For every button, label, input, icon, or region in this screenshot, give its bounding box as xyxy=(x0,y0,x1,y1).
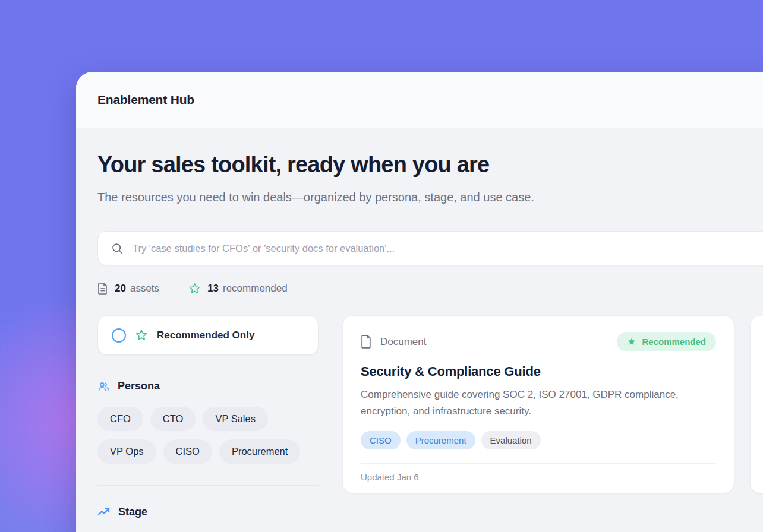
filter-sidebar: Recommended Only Persona CFOCTOVP SalesV… xyxy=(97,315,319,518)
assets-label: assets xyxy=(130,283,159,294)
recommended-only-toggle[interactable]: Recommended Only xyxy=(97,315,319,355)
card-tag[interactable]: Evaluation xyxy=(481,431,541,449)
assets-count-stat: 20 assets xyxy=(97,283,159,294)
search-input[interactable] xyxy=(133,243,763,254)
stats-row: 20 assets 13 recommended xyxy=(97,282,763,295)
stage-section-header: Stage xyxy=(97,506,319,518)
stage-section-label: Stage xyxy=(118,506,147,518)
asset-card-partial[interactable] xyxy=(750,315,763,493)
page-subtitle: The resources you need to win deals—orga… xyxy=(97,187,600,207)
card-title[interactable]: Security & Compliance Guide xyxy=(361,364,716,379)
persona-chip[interactable]: CISO xyxy=(163,439,212,464)
app-title: Enablement Hub xyxy=(97,93,194,107)
star-outline-icon xyxy=(135,329,148,341)
stats-divider xyxy=(174,282,174,295)
persona-chip[interactable]: Procurement xyxy=(219,439,300,464)
card-footer: Updated Jan 6 xyxy=(361,463,716,482)
enablement-hub-window: Enablement Hub Your sales toolkit, ready… xyxy=(76,72,763,532)
page-title: Your sales toolkit, ready when you are xyxy=(97,152,763,178)
persona-section-label: Persona xyxy=(118,380,160,392)
search-bar[interactable] xyxy=(97,231,763,265)
recommended-count: 13 xyxy=(207,283,219,294)
persona-chip[interactable]: VP Sales xyxy=(203,407,268,431)
star-filled-icon xyxy=(627,337,636,346)
recommended-count-stat: 13 recommended xyxy=(188,283,288,294)
card-type-label: Document xyxy=(380,336,426,348)
recommended-badge: Recommended xyxy=(617,332,716,352)
file-icon xyxy=(361,335,372,349)
document-icon xyxy=(97,283,108,294)
search-icon xyxy=(111,242,124,255)
recommended-label: recommended xyxy=(223,283,288,294)
sidebar-divider xyxy=(97,485,319,486)
card-tag[interactable]: Procurement xyxy=(406,431,475,449)
card-tag-list: CISOProcurementEvaluation xyxy=(361,431,716,449)
users-icon xyxy=(97,381,110,392)
content-row: Recommended Only Persona CFOCTOVP SalesV… xyxy=(97,315,763,518)
persona-chip-list: CFOCTOVP SalesVP OpsCISOProcurement xyxy=(97,407,319,464)
card-top-row: Document Recommended xyxy=(361,332,716,352)
asset-card-list: Document Recommended xyxy=(342,315,763,493)
radio-circle-icon[interactable] xyxy=(112,328,126,343)
card-type: Document xyxy=(361,335,426,349)
app-background: Enablement Hub Your sales toolkit, ready… xyxy=(0,0,763,532)
persona-chip[interactable]: VP Ops xyxy=(97,439,156,464)
star-outline-icon xyxy=(188,283,201,294)
recommended-only-label: Recommended Only xyxy=(157,330,254,341)
card-description: Comprehensive guide covering SOC 2, ISO … xyxy=(361,387,711,420)
card-updated-text: Updated Jan 6 xyxy=(361,472,419,482)
trending-up-icon xyxy=(97,507,111,518)
persona-section-header: Persona xyxy=(97,380,319,392)
persona-chip[interactable]: CTO xyxy=(150,407,196,431)
persona-chip[interactable]: CFO xyxy=(97,407,143,431)
asset-card[interactable]: Document Recommended xyxy=(342,315,734,493)
recommended-badge-label: Recommended xyxy=(642,337,706,347)
window-body: Your sales toolkit, ready when you are T… xyxy=(76,128,763,518)
window-header: Enablement Hub xyxy=(76,72,763,128)
card-tag[interactable]: CISO xyxy=(361,431,401,449)
assets-count: 20 xyxy=(115,283,126,294)
